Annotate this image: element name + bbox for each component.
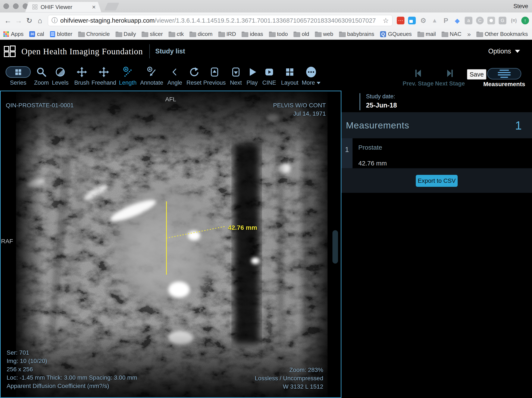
bookmark-folder-todo[interactable]: todo [269, 31, 288, 37]
zoom-level: Zoom: 283% [255, 366, 323, 374]
bookmark-folder-slicer[interactable]: slicer [142, 31, 163, 37]
tool-brush[interactable]: Brush [70, 66, 93, 86]
bookmark-folder-old[interactable]: old [294, 31, 309, 37]
bookmark-folder-dicom[interactable]: dicom [190, 31, 212, 37]
tool-angle[interactable]: Angle [162, 66, 187, 86]
c-circle-extension-icon[interactable]: C [476, 17, 484, 24]
tab-favicon-grid-icon [32, 5, 38, 10]
measurement-row[interactable]: 1 Prostate 42.76 mm [342, 138, 532, 169]
folder-icon [242, 32, 248, 37]
measurement-label[interactable]: Prostate [358, 144, 387, 151]
tool-levels[interactable]: Levels [50, 66, 70, 86]
tool-reset[interactable]: Reset [187, 66, 201, 86]
p-extension-icon[interactable]: P [442, 17, 450, 24]
angle-chevron-icon [169, 66, 180, 78]
bookmark-label: GQueues [388, 31, 412, 37]
previous-image-icon [209, 66, 220, 78]
bookmark-folder-web[interactable]: web [315, 31, 333, 37]
contrast-icon [55, 66, 66, 78]
bookmark-folder-daily[interactable]: Daily [116, 31, 136, 37]
skip-previous-icon [413, 68, 423, 78]
gem-extension-icon[interactable]: ◆ [453, 17, 461, 24]
forward-icon[interactable]: → [14, 16, 24, 25]
bookmark-label: Chronicle [86, 31, 110, 37]
tool-annotate[interactable]: Annotate [141, 66, 162, 86]
bookmarks-overflow-chevron[interactable]: » [467, 31, 471, 38]
window-close-button[interactable] [3, 3, 9, 9]
new-tab-button[interactable] [104, 3, 119, 11]
home-icon[interactable]: ⌂ [35, 16, 45, 25]
layout-grid-icon [284, 66, 295, 78]
study-list-link[interactable]: Study list [155, 47, 185, 55]
blue-window-extension-icon[interactable] [408, 17, 416, 24]
tool-freehand[interactable]: Freehand [93, 66, 114, 86]
tab-close-icon[interactable]: × [92, 4, 96, 10]
url-input[interactable]: ⓘ ohifviewer-staging.herokuapp.com /view… [48, 15, 393, 26]
bookmark-folder-mail[interactable]: mail [418, 31, 436, 37]
bookmark-apps[interactable]: Apps [3, 31, 24, 37]
braces-extension-icon[interactable]: {≡} [510, 17, 518, 24]
bookmark-label: dicom [198, 31, 212, 37]
measurements-panel: Study date: 25-Jun-18 Measurements 1 1 P… [342, 91, 532, 398]
reset-undo-icon [189, 66, 200, 78]
bookmark-folder-ird[interactable]: IRD [218, 31, 236, 37]
tab-title: OHIF Viewer [41, 4, 72, 11]
tool-cine[interactable]: CINE [261, 66, 278, 86]
bookmark-star-icon[interactable]: ☆ [380, 16, 389, 25]
bookmark-cal[interactable]: 30 cal [29, 31, 44, 37]
folder-icon [294, 32, 300, 37]
g-square-extension-icon[interactable]: G [499, 17, 506, 24]
folder-icon [78, 32, 84, 37]
orientation-left-marker: RAF [1, 237, 13, 245]
viewport-canvas[interactable]: 42.76 mm QIN-PROSTATE-01-0001 AFL PELVIS… [0, 91, 342, 398]
bookmarks-bar: Apps 30 cal blotter Chronicle Daily slic… [0, 29, 532, 40]
options-menu[interactable]: Options [488, 47, 520, 55]
speech-bubble-extension-icon[interactable]: a [465, 17, 472, 24]
green-arrow-extension-icon[interactable]: ↑ [521, 17, 529, 24]
bookmark-blotter[interactable]: blotter [50, 31, 72, 37]
prev-stage-button[interactable]: Prev. Stage [406, 68, 430, 87]
bookmark-folder-other[interactable]: Other Bookmarks [476, 31, 528, 37]
measurements-toggle[interactable]: Measurements [480, 68, 529, 88]
page-info-icon[interactable]: ⓘ [51, 16, 58, 25]
study-description: PELVIS W/O CONT [273, 101, 326, 109]
apps-grid-icon [3, 32, 9, 37]
password-manager-extension-icon[interactable]: ⋯ [397, 17, 405, 24]
bookmark-folder-nac[interactable]: NAC [442, 31, 462, 37]
tool-next[interactable]: Next [228, 66, 244, 86]
browser-profile-name[interactable]: Steve [513, 3, 528, 10]
browser-tab[interactable]: OHIF Viewer × [25, 2, 101, 12]
bookmark-folder-ideas[interactable]: ideas [242, 31, 263, 37]
slice-location: Loc: -1.45 mm Thick: 3.00 mm Spacing: 3.… [7, 373, 137, 382]
bookmark-folder-ctk[interactable]: ctk [169, 31, 184, 37]
measurement-value-label[interactable]: 42.76 mm [228, 223, 257, 232]
move-arrows-icon [98, 66, 109, 78]
tool-previous[interactable]: Previous [201, 66, 228, 86]
folder-icon [190, 32, 196, 37]
bookmark-gqueues[interactable]: Q GQueues [380, 31, 412, 37]
bookmark-folder-chronicle[interactable]: Chronicle [78, 31, 110, 37]
next-stage-button[interactable]: Next Stage [437, 68, 463, 87]
compression-info: Lossless / Uncompressed [255, 374, 323, 382]
tool-series[interactable]: Series [3, 66, 33, 86]
bookmark-folder-babybrains[interactable]: babybrains [339, 31, 374, 37]
reload-icon[interactable]: ↻ [24, 16, 34, 25]
window-controls [3, 3, 28, 9]
export-to-csv-button[interactable]: Export to CSV [416, 175, 458, 187]
tool-zoom[interactable]: Zoom [33, 66, 50, 86]
next-image-icon [230, 66, 241, 78]
tool-play[interactable]: Play [244, 66, 261, 86]
tool-more[interactable]: More [302, 66, 321, 86]
rounded-square-extension-icon[interactable] [487, 17, 495, 24]
render-info-overlay: Zoom: 283% Lossless / Uncompressed W 313… [255, 366, 323, 391]
gear-extension-icon[interactable]: ⚙ [419, 17, 427, 24]
tool-length[interactable]: Length [114, 66, 141, 86]
tool-layout[interactable]: Layout [278, 66, 302, 86]
back-icon[interactable]: ← [3, 16, 13, 25]
options-label: Options [488, 47, 511, 55]
window-minimize-button[interactable] [13, 3, 19, 9]
image-scrollbar-thumb[interactable] [332, 230, 338, 263]
drive-triangle-extension-icon[interactable]: ▲ [431, 17, 438, 24]
export-section: Export to CSV [342, 169, 532, 193]
timepoint-accent-line [360, 93, 360, 110]
